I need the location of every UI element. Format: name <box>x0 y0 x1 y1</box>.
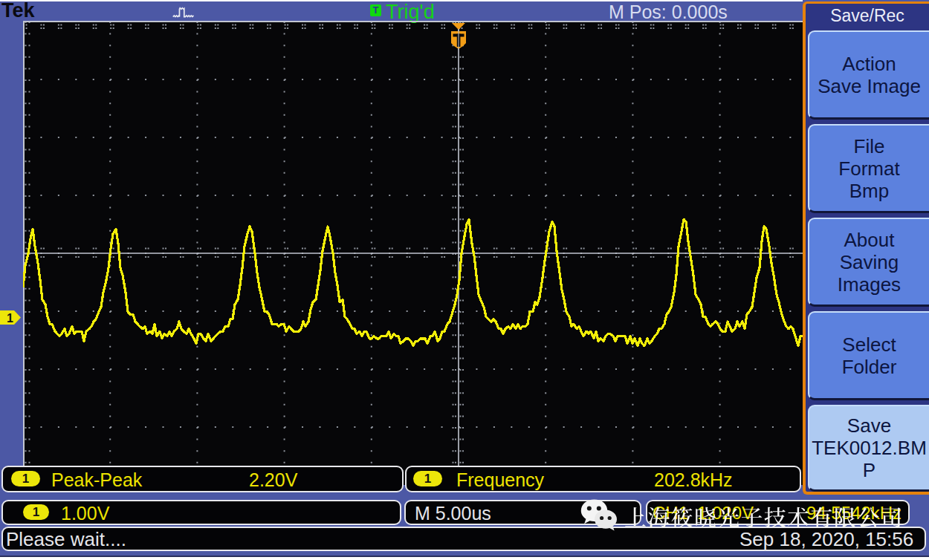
svg-text:1: 1 <box>7 312 13 325</box>
